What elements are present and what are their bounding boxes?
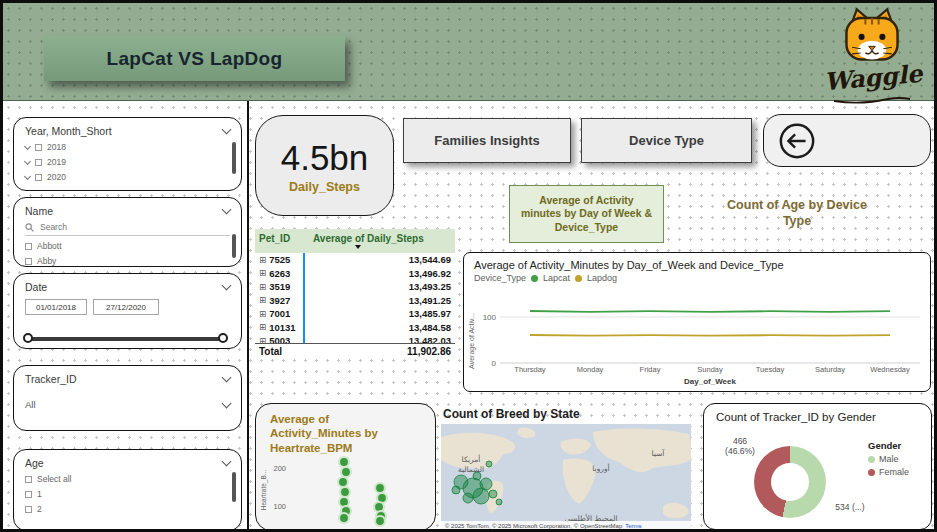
- terms-link[interactable]: Terms: [625, 523, 641, 529]
- donut-legend-title: Gender: [868, 440, 909, 451]
- lapcat-series-line[interactable]: [530, 311, 890, 312]
- kpi-daily-steps-card: 4.5bn Daily_Steps: [255, 115, 394, 216]
- pet-id-cell: 5003: [269, 335, 290, 343]
- expand-icon[interactable]: ⊞: [259, 336, 266, 343]
- col-pet-id[interactable]: Pet_ID: [259, 233, 290, 244]
- age-option-label: Select all: [37, 474, 72, 484]
- device-type-button[interactable]: Device Type: [581, 118, 752, 163]
- age-option[interactable]: Select all: [25, 474, 230, 484]
- expand-icon[interactable]: ⊞: [259, 268, 266, 278]
- name-option[interactable]: Abby: [25, 256, 230, 266]
- day-label: Thursday: [500, 365, 560, 374]
- checkbox[interactable]: [25, 476, 32, 483]
- back-arrow-icon[interactable]: [778, 122, 816, 160]
- expand-chevron-icon[interactable]: [24, 157, 31, 164]
- pet-id-cell: 3927: [269, 295, 290, 306]
- filter-age: Age Select all 1 2: [13, 449, 242, 531]
- sidebar-divider: [247, 101, 249, 529]
- cat-logo-icon: [837, 6, 907, 64]
- dashboard-canvas: LapCat VS LapDog Waggle: [0, 0, 937, 532]
- y-tick-100: 100: [273, 502, 286, 511]
- year-option[interactable]: 2018: [25, 142, 230, 152]
- table-row[interactable]: ⊞ 7525 13,544.69: [255, 253, 455, 267]
- year-option-label: 2018: [47, 142, 66, 152]
- line-chart-card: Average of Activity_Minutes by Day_of_We…: [463, 252, 931, 392]
- expand-icon[interactable]: ⊞: [259, 295, 266, 305]
- filter-date: Date: [13, 273, 242, 349]
- checkbox[interactable]: [35, 159, 42, 166]
- slider-handle-end[interactable]: [218, 333, 228, 343]
- table-row[interactable]: ⊞ 7001 13,485.97: [255, 307, 455, 321]
- chevron-down-icon[interactable]: [222, 457, 232, 467]
- year-option[interactable]: 2019: [25, 157, 230, 167]
- expand-chevron-icon[interactable]: [24, 172, 31, 179]
- male-slice-label: 534 (...): [826, 502, 874, 512]
- filter-age-label: Age: [25, 457, 44, 469]
- slider-handle-start[interactable]: [23, 333, 33, 343]
- kpi-label: Daily_Steps: [289, 180, 360, 194]
- y-axis-label: Average of Activ...: [468, 313, 476, 369]
- expand-chevron-icon[interactable]: [24, 142, 31, 149]
- legend-item-female[interactable]: Female: [868, 467, 909, 477]
- lapdog-series-line[interactable]: [530, 335, 890, 336]
- date-range-slider[interactable]: [27, 337, 224, 341]
- year-option-label: 2019: [47, 157, 66, 167]
- table-row[interactable]: ⊞ 10131 13,484.58: [255, 321, 455, 335]
- gender-donut[interactable]: [754, 446, 826, 518]
- male-label: Male: [879, 454, 899, 464]
- female-slice-label: 466 (46.6%): [718, 436, 762, 456]
- female-dot-icon: [868, 469, 875, 476]
- chevron-down-icon[interactable]: [222, 398, 232, 408]
- year-option[interactable]: 2020: [25, 172, 230, 182]
- brand-wordmark: Waggle: [823, 62, 923, 94]
- name-option[interactable]: Abbott: [25, 241, 230, 251]
- table-row[interactable]: ⊞ 6263 13,496.92: [255, 267, 455, 281]
- scrollbar[interactable]: [232, 142, 236, 174]
- chevron-down-icon[interactable]: [222, 125, 232, 135]
- total-label: Total: [259, 346, 282, 357]
- checkbox[interactable]: [25, 491, 32, 498]
- table-row[interactable]: ⊞ 3927 13,491.25: [255, 294, 455, 308]
- avg-steps-cell: 13,482.03: [409, 335, 451, 343]
- map-label-north-america-1: أمريكا: [462, 454, 481, 464]
- table-row[interactable]: ⊞ 3519 13,493.25: [255, 280, 455, 294]
- checkbox[interactable]: [35, 174, 42, 181]
- search-input[interactable]: [38, 221, 208, 233]
- date-start-input[interactable]: [25, 299, 87, 315]
- name-options: Abbott Abby: [25, 241, 230, 266]
- avg-steps-cell: 13,485.97: [409, 308, 451, 319]
- header-band: LapCat VS LapDog Waggle: [3, 3, 934, 101]
- table-header[interactable]: Pet_ID Average of Daily_Steps: [255, 229, 455, 253]
- chevron-down-icon[interactable]: [222, 205, 232, 215]
- date-end-input[interactable]: [93, 299, 159, 315]
- families-insights-button[interactable]: Families Insights: [403, 118, 571, 163]
- scrollbar[interactable]: [232, 234, 236, 258]
- brand-underline-flourish: [830, 96, 914, 104]
- expand-icon[interactable]: ⊞: [259, 322, 266, 332]
- age-by-device-title: Count of Age by Device Type: [713, 197, 881, 230]
- tracker-dropdown[interactable]: All: [25, 399, 230, 410]
- scrollbar[interactable]: [232, 472, 236, 502]
- expand-icon[interactable]: ⊞: [259, 255, 266, 265]
- checkbox[interactable]: [35, 144, 42, 151]
- age-option[interactable]: 2: [25, 504, 230, 514]
- breed-map[interactable]: أمريكا الشمالية أوروبا آسيا المحيط الأطل…: [441, 424, 691, 530]
- sort-desc-icon[interactable]: [355, 245, 361, 249]
- pet-id-cell: 6263: [269, 268, 290, 279]
- expand-icon[interactable]: ⊞: [259, 282, 266, 292]
- age-options: Select all 1 2: [25, 474, 230, 514]
- expand-icon[interactable]: ⊞: [259, 309, 266, 319]
- col-avg-steps[interactable]: Average of Daily_Steps: [313, 233, 424, 244]
- scatter-points[interactable]: [338, 457, 387, 526]
- table-row[interactable]: ⊞ 5003 13,482.03: [255, 334, 455, 343]
- chevron-down-icon[interactable]: [222, 373, 232, 383]
- checkbox[interactable]: [25, 243, 32, 250]
- checkbox[interactable]: [25, 258, 32, 265]
- day-label: Wednesday: [860, 365, 920, 374]
- map-attribution: © 2025 TomTom, © 2025 Microsoft Corporat…: [441, 521, 691, 530]
- checkbox[interactable]: [25, 506, 32, 513]
- chevron-down-icon[interactable]: [222, 281, 232, 291]
- legend-item-male[interactable]: Male: [868, 454, 909, 464]
- filter-date-label: Date: [25, 281, 47, 293]
- age-option[interactable]: 1: [25, 489, 230, 499]
